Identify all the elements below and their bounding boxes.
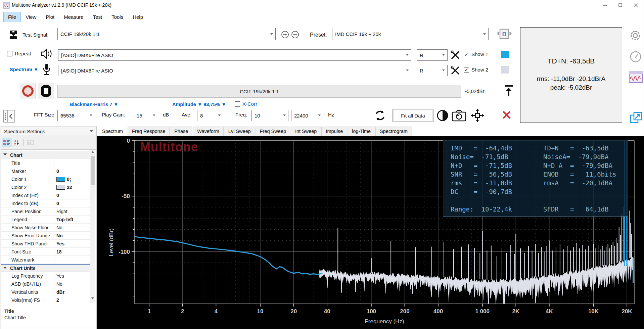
property-row-color-1[interactable]: Color 10; bbox=[1, 175, 90, 183]
freq-low-select[interactable]: 10 bbox=[251, 110, 288, 121]
property-row-vertical-units[interactable]: Vertical unitsdBr bbox=[1, 288, 90, 296]
property-value[interactable]: No bbox=[54, 225, 90, 230]
screenshot-camera-icon[interactable] bbox=[452, 110, 466, 122]
window-function-selector[interactable]: Blackman-Harris 7 ▼ bbox=[70, 102, 119, 107]
tab-lvl-sweep[interactable]: Lvl Sweep bbox=[224, 127, 255, 136]
property-pages-button[interactable] bbox=[26, 138, 35, 147]
freq-label[interactable]: Freq: bbox=[235, 112, 247, 117]
tab-spectrogram[interactable]: Spectrogram bbox=[375, 127, 412, 136]
property-category-chart-units[interactable]: Chart Units bbox=[1, 264, 90, 272]
menu-measure[interactable]: Measure bbox=[59, 12, 88, 22]
show1-checkbox[interactable]: ✓ Show 1 bbox=[464, 51, 488, 57]
collapse-panel-icon[interactable] bbox=[3, 110, 15, 123]
menu-plot[interactable]: Plot bbox=[41, 12, 59, 22]
propertygrid-scrollbar[interactable] bbox=[90, 150, 95, 303]
input-channel-select[interactable]: R bbox=[417, 65, 448, 76]
amplitude-selector[interactable]: Amplitude ▼ 93,75% ▼ bbox=[172, 102, 226, 107]
fft-size-select[interactable]: 65536 bbox=[57, 110, 95, 121]
show2-checkbox[interactable]: ✓ Show 2 bbox=[464, 67, 488, 73]
menu-view[interactable]: View bbox=[21, 12, 41, 22]
property-row-watermark[interactable]: Watermark bbox=[1, 256, 90, 264]
minimize-button[interactable] bbox=[597, 0, 613, 10]
tab-int-sweep[interactable]: Int Sweep bbox=[291, 127, 321, 136]
property-value[interactable]: Top-left bbox=[54, 217, 90, 222]
property-row-legend[interactable]: LegendTop-left bbox=[1, 216, 90, 224]
xcorr-checkbox-box[interactable] bbox=[235, 101, 240, 107]
color-swatch[interactable] bbox=[56, 185, 65, 190]
property-value[interactable]: Yes bbox=[54, 273, 90, 279]
fit-all-data-button[interactable]: Fit all Data bbox=[393, 109, 433, 122]
property-value[interactable]: 18 bbox=[54, 249, 90, 254]
tab-freq-response[interactable]: Freq Response bbox=[128, 127, 170, 136]
property-row-color-2[interactable]: Color 222 bbox=[1, 183, 90, 191]
property-value[interactable]: 0 bbox=[54, 201, 90, 206]
stop-button[interactable] bbox=[38, 83, 54, 99]
tab-phase[interactable]: Phase bbox=[170, 127, 192, 136]
contrast-icon[interactable] bbox=[436, 109, 449, 122]
menu-file[interactable]: File bbox=[4, 12, 20, 22]
property-value[interactable]: Yes bbox=[54, 241, 90, 246]
tab-spectrum[interactable]: Spectrum bbox=[98, 126, 127, 136]
load-signal-icon[interactable] bbox=[9, 30, 18, 40]
scroll-down-icon[interactable] bbox=[91, 297, 94, 299]
property-row-index-at-hz-[interactable]: Index At (Hz)0 bbox=[1, 191, 90, 199]
output-channel-select[interactable]: R bbox=[417, 49, 448, 61]
property-row-show-noise-floor[interactable]: Show Noise FloorNo bbox=[1, 224, 90, 232]
input-settings-wrench-icon[interactable] bbox=[450, 65, 460, 76]
color-swatch[interactable] bbox=[56, 177, 65, 182]
input-device-select[interactable]: [ASIO] DMX6Fire ASIO bbox=[58, 65, 411, 76]
preset-select[interactable]: IMD CCIF 19k + 20k bbox=[332, 28, 489, 40]
property-value[interactable]: dBr bbox=[54, 289, 90, 295]
show1-checkbox-box[interactable]: ✓ bbox=[464, 52, 469, 57]
show2-checkbox-box[interactable]: ✓ bbox=[464, 67, 469, 73]
menu-test[interactable]: Test bbox=[89, 12, 107, 22]
settings-gear-icon[interactable] bbox=[629, 29, 642, 42]
property-row-volts-rms-fs[interactable]: Volts(rms) FS2 bbox=[1, 296, 90, 304]
test-signal-select[interactable]: CCIF 19k/20k 1:1 bbox=[57, 28, 276, 40]
scroll-up-icon[interactable] bbox=[91, 151, 94, 153]
tab-waveform[interactable]: Waveform bbox=[193, 127, 224, 136]
property-row-asd-db-hz-[interactable]: ASD (dB/√Hz)No bbox=[1, 280, 90, 288]
peak-to-top-icon[interactable] bbox=[503, 84, 515, 98]
clear-data-icon[interactable]: ✕ bbox=[501, 108, 512, 123]
sidebar-header[interactable]: Spectrum Settings bbox=[1, 127, 96, 136]
popout-window-icon[interactable] bbox=[630, 111, 642, 124]
property-row-log-frequency[interactable]: Log FrequencyYes bbox=[1, 272, 90, 280]
pan-move-icon[interactable] bbox=[470, 108, 485, 123]
refresh-icon[interactable] bbox=[374, 109, 386, 122]
repeat-checkbox[interactable]: Repeat bbox=[7, 51, 31, 56]
record-button[interactable] bbox=[20, 83, 36, 99]
distortion-preset-icon[interactable]: D bbox=[497, 27, 512, 41]
categorized-view-button[interactable] bbox=[2, 138, 11, 147]
menu-help[interactable]: Help bbox=[128, 12, 147, 22]
property-row-title[interactable]: Title bbox=[1, 159, 90, 167]
property-row-panel-position[interactable]: Panel PositionRight bbox=[1, 207, 90, 216]
spectrum-chart[interactable]: 1241020401002004001 0002K4K10K20K0-50-10… bbox=[97, 136, 644, 329]
trace2-color-swatch[interactable] bbox=[501, 66, 509, 74]
property-value[interactable]: Right bbox=[54, 209, 90, 214]
property-value[interactable]: 2 bbox=[54, 297, 90, 303]
property-row-font-size[interactable]: Font Size18 bbox=[1, 248, 90, 256]
freq-high-select[interactable]: 22400 bbox=[291, 110, 323, 121]
history-clock-icon[interactable] bbox=[630, 51, 642, 63]
tab-freq-sweep[interactable]: Freq Sweep bbox=[256, 127, 290, 136]
chevron-down-icon[interactable] bbox=[3, 153, 7, 155]
property-value[interactable]: 0 bbox=[54, 169, 90, 174]
output-device-select[interactable]: [ASIO] DMX6Fire ASIO bbox=[58, 49, 411, 61]
chevron-down-icon[interactable] bbox=[3, 267, 7, 269]
property-value[interactable]: No bbox=[54, 281, 90, 287]
tab-impulse[interactable]: Impulse bbox=[321, 127, 347, 136]
property-value[interactable]: No bbox=[54, 233, 90, 238]
alphabetical-sort-button[interactable]: AZ bbox=[12, 138, 21, 147]
play-gain-select[interactable]: -15 bbox=[132, 110, 158, 121]
property-value[interactable]: 22 bbox=[54, 185, 90, 190]
property-value[interactable]: 0; bbox=[54, 177, 90, 182]
property-row-marker[interactable]: Marker0 bbox=[1, 167, 90, 175]
input-mode-selector[interactable]: Spectrum ▼ bbox=[10, 67, 38, 72]
tab-log-time[interactable]: log-Time bbox=[348, 127, 375, 136]
trace1-color-swatch[interactable] bbox=[501, 51, 509, 58]
property-row-index-to-db-[interactable]: Index to (dB)0 bbox=[1, 199, 90, 207]
menu-tools[interactable]: Tools bbox=[107, 12, 128, 22]
property-value[interactable]: 0 bbox=[54, 193, 90, 198]
repeat-checkbox-box[interactable] bbox=[7, 51, 12, 56]
